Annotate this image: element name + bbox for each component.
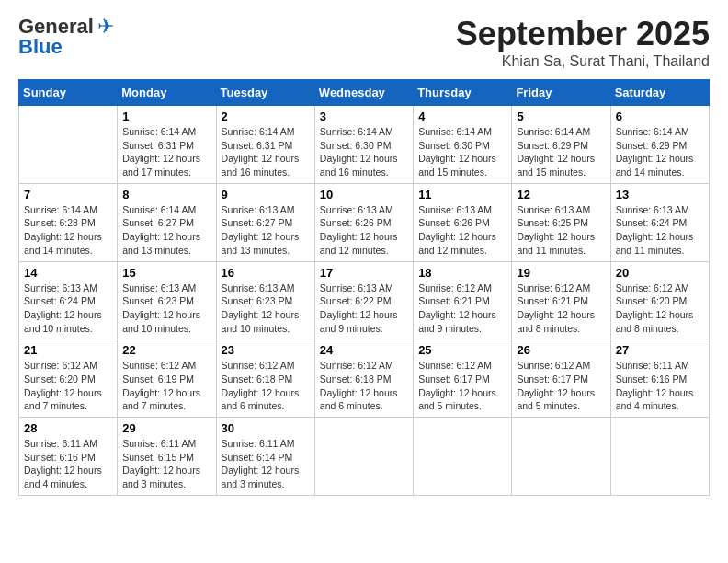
dow-sunday: Sunday [19,80,118,106]
calendar-cell: 3Sunrise: 6:14 AM Sunset: 6:30 PM Daylig… [314,106,413,184]
day-info: Sunrise: 6:13 AM Sunset: 6:24 PM Dayligh… [24,282,112,336]
day-info: Sunrise: 6:12 AM Sunset: 6:17 PM Dayligh… [418,359,506,413]
header: General ✈ Blue September 2025 Khian Sa, … [18,15,710,70]
day-info: Sunrise: 6:13 AM Sunset: 6:22 PM Dayligh… [320,282,408,336]
day-info: Sunrise: 6:12 AM Sunset: 6:17 PM Dayligh… [517,359,605,413]
calendar-cell: 11Sunrise: 6:13 AM Sunset: 6:26 PM Dayli… [414,183,512,261]
calendar-cell: 24Sunrise: 6:12 AM Sunset: 6:18 PM Dayli… [314,339,413,418]
day-number: 4 [418,109,506,123]
day-info: Sunrise: 6:14 AM Sunset: 6:28 PM Dayligh… [24,203,112,258]
calendar-cell: 2Sunrise: 6:14 AM Sunset: 6:31 PM Daylig… [216,106,314,184]
calendar-cell: 7Sunrise: 6:14 AM Sunset: 6:28 PM Daylig… [19,183,118,261]
logo-bird-icon: ✈ [97,15,114,39]
day-info: Sunrise: 6:13 AM Sunset: 6:23 PM Dayligh… [222,282,310,336]
calendar-cell: 14Sunrise: 6:13 AM Sunset: 6:24 PM Dayli… [19,261,118,339]
calendar-cell: 16Sunrise: 6:13 AM Sunset: 6:23 PM Dayli… [216,261,314,339]
day-info: Sunrise: 6:12 AM Sunset: 6:18 PM Dayligh… [320,359,408,413]
logo: General ✈ Blue [18,15,114,57]
calendar-cell: 4Sunrise: 6:14 AM Sunset: 6:30 PM Daylig… [414,106,512,184]
day-info: Sunrise: 6:14 AM Sunset: 6:31 PM Dayligh… [222,125,310,179]
day-number: 1 [122,109,210,123]
dow-friday: Friday [512,80,610,106]
day-info: Sunrise: 6:14 AM Sunset: 6:29 PM Dayligh… [517,125,605,179]
day-number: 9 [222,188,310,201]
day-number: 20 [616,266,704,280]
dow-monday: Monday [118,80,216,106]
day-number: 10 [320,188,408,201]
calendar-cell: 10Sunrise: 6:13 AM Sunset: 6:26 PM Dayli… [314,183,413,261]
calendar-cell: 21Sunrise: 6:12 AM Sunset: 6:20 PM Dayli… [19,339,118,418]
week-row-3: 21Sunrise: 6:12 AM Sunset: 6:20 PM Dayli… [19,339,710,418]
day-info: Sunrise: 6:11 AM Sunset: 6:14 PM Dayligh… [222,437,310,491]
title-area: September 2025 Khian Sa, Surat Thani, Th… [456,15,710,70]
calendar-cell: 1Sunrise: 6:14 AM Sunset: 6:31 PM Daylig… [118,106,216,184]
calendar-cell: 6Sunrise: 6:14 AM Sunset: 6:29 PM Daylig… [610,106,709,184]
location-subtitle: Khian Sa, Surat Thani, Thailand [456,53,710,70]
calendar-cell [19,106,118,184]
calendar-cell: 8Sunrise: 6:14 AM Sunset: 6:27 PM Daylig… [118,183,216,261]
day-info: Sunrise: 6:13 AM Sunset: 6:25 PM Dayligh… [517,203,605,258]
calendar-table: SundayMondayTuesdayWednesdayThursdayFrid… [18,79,710,496]
day-info: Sunrise: 6:12 AM Sunset: 6:21 PM Dayligh… [517,282,605,336]
calendar-cell: 9Sunrise: 6:13 AM Sunset: 6:27 PM Daylig… [216,183,314,261]
day-info: Sunrise: 6:13 AM Sunset: 6:24 PM Dayligh… [616,203,704,258]
day-info: Sunrise: 6:14 AM Sunset: 6:30 PM Dayligh… [418,125,506,179]
day-number: 19 [517,266,605,280]
day-of-week-header: SundayMondayTuesdayWednesdayThursdayFrid… [19,80,710,106]
dow-wednesday: Wednesday [314,80,413,106]
day-info: Sunrise: 6:12 AM Sunset: 6:20 PM Dayligh… [616,282,704,336]
calendar-cell: 23Sunrise: 6:12 AM Sunset: 6:18 PM Dayli… [216,339,314,418]
day-info: Sunrise: 6:12 AM Sunset: 6:18 PM Dayligh… [222,359,310,413]
calendar-cell: 30Sunrise: 6:11 AM Sunset: 6:14 PM Dayli… [216,418,314,496]
day-info: Sunrise: 6:14 AM Sunset: 6:30 PM Dayligh… [320,125,408,179]
day-number: 23 [222,343,310,357]
day-number: 17 [320,266,408,280]
day-number: 7 [24,188,112,201]
day-info: Sunrise: 6:11 AM Sunset: 6:16 PM Dayligh… [616,359,704,413]
calendar-cell: 27Sunrise: 6:11 AM Sunset: 6:16 PM Dayli… [610,339,709,418]
calendar-cell: 26Sunrise: 6:12 AM Sunset: 6:17 PM Dayli… [512,339,610,418]
day-info: Sunrise: 6:13 AM Sunset: 6:26 PM Dayligh… [320,203,408,258]
day-info: Sunrise: 6:12 AM Sunset: 6:19 PM Dayligh… [122,359,210,413]
week-row-1: 7Sunrise: 6:14 AM Sunset: 6:28 PM Daylig… [19,183,710,261]
day-number: 25 [418,343,506,357]
day-info: Sunrise: 6:13 AM Sunset: 6:27 PM Dayligh… [222,203,310,258]
day-number: 18 [418,266,506,280]
week-row-4: 28Sunrise: 6:11 AM Sunset: 6:16 PM Dayli… [19,418,710,496]
day-number: 11 [418,188,506,201]
calendar-cell [512,418,610,496]
day-info: Sunrise: 6:12 AM Sunset: 6:20 PM Dayligh… [24,359,112,413]
calendar-cell: 13Sunrise: 6:13 AM Sunset: 6:24 PM Dayli… [610,183,709,261]
day-info: Sunrise: 6:14 AM Sunset: 6:29 PM Dayligh… [616,125,704,179]
day-number: 28 [24,421,112,435]
calendar-cell: 15Sunrise: 6:13 AM Sunset: 6:23 PM Dayli… [118,261,216,339]
month-title: September 2025 [456,15,710,53]
calendar-cell: 17Sunrise: 6:13 AM Sunset: 6:22 PM Dayli… [314,261,413,339]
day-number: 30 [222,421,310,435]
logo-blue: Blue [18,37,63,57]
dow-thursday: Thursday [414,80,512,106]
day-number: 12 [517,188,605,201]
calendar-cell: 20Sunrise: 6:12 AM Sunset: 6:20 PM Dayli… [610,261,709,339]
day-number: 8 [122,188,210,201]
day-number: 22 [122,343,210,357]
day-number: 27 [616,343,704,357]
calendar-cell: 29Sunrise: 6:11 AM Sunset: 6:15 PM Dayli… [118,418,216,496]
calendar-cell: 28Sunrise: 6:11 AM Sunset: 6:16 PM Dayli… [19,418,118,496]
day-number: 5 [517,109,605,123]
day-number: 14 [24,266,112,280]
day-number: 13 [616,188,704,201]
day-number: 3 [320,109,408,123]
day-info: Sunrise: 6:14 AM Sunset: 6:27 PM Dayligh… [122,203,210,258]
calendar-cell: 19Sunrise: 6:12 AM Sunset: 6:21 PM Dayli… [512,261,610,339]
day-number: 24 [320,343,408,357]
calendar-cell [610,418,709,496]
day-number: 29 [122,421,210,435]
calendar-cell: 22Sunrise: 6:12 AM Sunset: 6:19 PM Dayli… [118,339,216,418]
day-number: 6 [616,109,704,123]
calendar-cell [414,418,512,496]
day-number: 15 [122,266,210,280]
day-number: 21 [24,343,112,357]
day-info: Sunrise: 6:14 AM Sunset: 6:31 PM Dayligh… [122,125,210,179]
day-number: 16 [222,266,310,280]
